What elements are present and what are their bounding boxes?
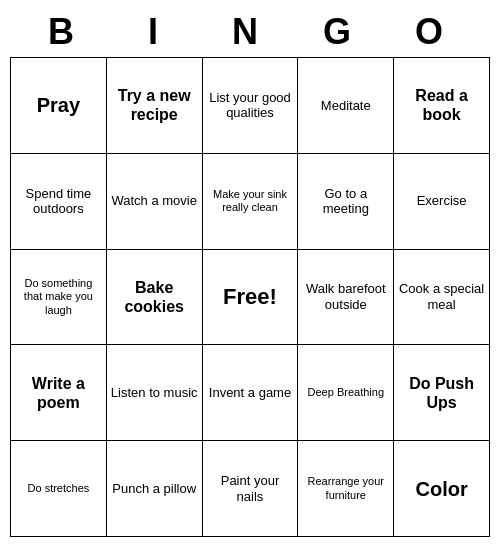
bingo-cell-8: Go to a meeting — [298, 154, 394, 250]
header-letter-g: G — [296, 11, 388, 53]
bingo-cell-12: Free! — [203, 250, 299, 346]
header-letter-n: N — [204, 11, 296, 53]
bingo-cell-14: Cook a special meal — [394, 250, 490, 346]
bingo-cell-1: Try a new recipe — [107, 58, 203, 154]
bingo-cell-10: Do something that make you laugh — [11, 250, 107, 346]
bingo-cell-21: Punch a pillow — [107, 441, 203, 537]
bingo-cell-18: Deep Breathing — [298, 345, 394, 441]
bingo-header: BINGO — [10, 7, 490, 57]
bingo-cell-4: Read a book — [394, 58, 490, 154]
bingo-cell-6: Watch a movie — [107, 154, 203, 250]
bingo-card: BINGO PrayTry a new recipeList your good… — [10, 7, 490, 537]
bingo-cell-16: Listen to music — [107, 345, 203, 441]
header-letter-i: I — [112, 11, 204, 53]
bingo-cell-2: List your good qualities — [203, 58, 299, 154]
bingo-cell-7: Make your sink really clean — [203, 154, 299, 250]
bingo-cell-13: Walk barefoot outside — [298, 250, 394, 346]
header-letter-b: B — [20, 11, 112, 53]
bingo-grid: PrayTry a new recipeList your good quali… — [10, 57, 490, 537]
bingo-cell-3: Meditate — [298, 58, 394, 154]
bingo-cell-5: Spend time outdoors — [11, 154, 107, 250]
header-letter-o: O — [388, 11, 480, 53]
bingo-cell-24: Color — [394, 441, 490, 537]
bingo-cell-0: Pray — [11, 58, 107, 154]
bingo-cell-20: Do stretches — [11, 441, 107, 537]
bingo-cell-9: Exercise — [394, 154, 490, 250]
bingo-cell-15: Write a poem — [11, 345, 107, 441]
bingo-cell-11: Bake cookies — [107, 250, 203, 346]
bingo-cell-23: Rearrange your furniture — [298, 441, 394, 537]
bingo-cell-22: Paint your nails — [203, 441, 299, 537]
bingo-cell-17: Invent a game — [203, 345, 299, 441]
bingo-cell-19: Do Push Ups — [394, 345, 490, 441]
